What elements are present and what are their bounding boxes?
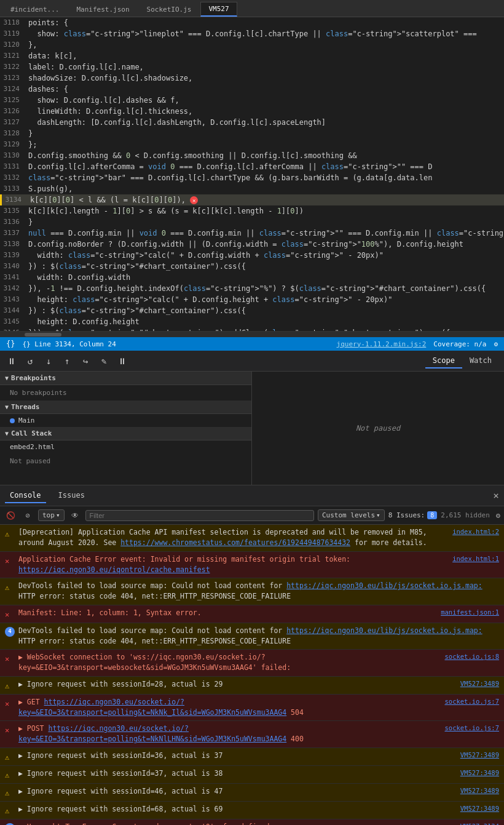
step-into-btn[interactable]: ↓ [42, 354, 55, 368]
msg-url-link[interactable]: https://iqc.ngon30.eu/iqontrol/cache.man… [18, 565, 210, 574]
source-link[interactable]: socket.io.js:8 [444, 653, 499, 660]
msg-source[interactable]: socket.io.js:7 [439, 723, 499, 733]
msg-source[interactable]: VM527:3489 [455, 804, 499, 814]
line-number: 3135 [0, 205, 26, 217]
line-number: 3145 [0, 316, 26, 327]
console-message[interactable]: ⚠▶ Ignore request with sessionId=68, act… [0, 802, 504, 819]
source-link[interactable]: socket.io.js:7 [444, 698, 499, 705]
line-content: points: { [26, 17, 504, 28]
clear-console-btn[interactable]: 🚫 [4, 509, 17, 522]
editor-tabs: #incident... Manifest.json SocketIO.js V… [0, 0, 504, 17]
msg-text: Application Cache Error event: Invalid o… [18, 554, 444, 576]
breakpoints-triangle[interactable]: ▼ [5, 375, 9, 381]
msg-source[interactable]: VM527:3489 [455, 768, 499, 778]
tab-watch[interactable]: Watch [462, 354, 499, 369]
tab-console[interactable]: Console [5, 488, 46, 503]
tab-manifest[interactable]: Manifest.json [68, 2, 137, 17]
tab-incident[interactable]: #incident... [2, 2, 67, 17]
line-number: 3143 [0, 294, 26, 305]
source-link[interactable]: manifest.json:1 [441, 608, 499, 616]
msg-source[interactable]: VM527:3489 [455, 751, 499, 760]
warning-icon: ⚠ [5, 682, 9, 690]
source-link[interactable]: VM527:3489 [460, 751, 499, 759]
tab-scope[interactable]: Scope [425, 354, 462, 369]
msg-source[interactable]: VM527:3134 [455, 822, 499, 826]
async-btn[interactable]: ⏸ [116, 354, 129, 368]
msg-text: DevTools failed to load source map: Coul… [18, 626, 499, 647]
threads-triangle[interactable]: ▼ [5, 404, 9, 410]
console-message[interactable]: ✕Application Cache Error event: Invalid … [0, 552, 504, 579]
code-line-3125: 3125 show: D.config.l[c].dashes && f, [0, 95, 504, 106]
code-line-3139: 3139 width: class="c-string">"calc(" + D… [0, 250, 504, 261]
console-message[interactable]: ✕▶ WebSocket connection to 'wss://iqc.ng… [0, 650, 504, 677]
msg-source[interactable]: index.html:2 [447, 527, 499, 537]
deactivate-btn[interactable]: ✎ [97, 354, 111, 368]
step-out-btn[interactable]: ↑ [60, 354, 74, 368]
close-button[interactable]: × [493, 491, 499, 501]
tab-issues[interactable]: Issues [53, 488, 90, 503]
callstack-item[interactable]: embed2.html [0, 440, 251, 453]
console-message[interactable]: ⚠▶ Ignore request with sessionId=36, act… [0, 748, 504, 766]
line-number: 3120 [0, 39, 26, 50]
console-message[interactable]: 4DevTools failed to load source map: Cou… [0, 623, 504, 650]
source-link[interactable]: index.html:2 [452, 528, 499, 535]
info-count-badge: 4 [5, 627, 15, 637]
scrollbar-thumb[interactable] [25, 333, 61, 337]
msg-icon: ✕ [5, 653, 15, 664]
pause-btn[interactable]: ⏸ [5, 354, 18, 368]
console-message[interactable]: ✕▶ GET https://iqc.ngon30.eu/socket.io/?… [0, 695, 504, 722]
tab-vm527[interactable]: VM527 [200, 2, 237, 17]
source-link[interactable]: VM527:3489 [460, 805, 499, 812]
source-link[interactable]: VM527:3489 [460, 680, 499, 687]
source-link[interactable]: VM527:3134 [460, 823, 499, 826]
line-number: 3144 [0, 305, 26, 316]
level-select[interactable]: Custom levels ▾ [318, 509, 385, 521]
console-message[interactable]: ✕Manifest: Line: 1, column: 1, Syntax er… [0, 605, 504, 623]
thread-main-label: Main [18, 416, 35, 424]
issues-badge[interactable]: 8 Issues: 8 [388, 511, 438, 519]
code-line-3119: 3119 show: class="c-string">"lineplot" =… [0, 28, 504, 39]
callstack-triangle[interactable]: ▼ [5, 430, 9, 437]
console-messages: ⚠[Deprecation] Application Cache API man… [0, 525, 504, 825]
msg-source[interactable]: VM527:3489 [455, 786, 499, 796]
console-message[interactable]: ✕▶ POST https://iqc.ngon30.eu/socket.io/… [0, 721, 504, 748]
source-link[interactable]: index.html:1 [452, 555, 499, 562]
msg-source[interactable]: socket.io.js:8 [439, 652, 499, 662]
source-link[interactable]: socket.io.js:7 [444, 724, 499, 731]
source-link[interactable]: VM527:3489 [460, 769, 499, 776]
console-message[interactable]: ⚠▶ Ignore request with sessionId=46, act… [0, 784, 504, 802]
code-line-3136: 3136} [0, 217, 504, 228]
filter-input[interactable] [85, 510, 314, 521]
eye-icon[interactable]: 👁 [68, 509, 82, 522]
line-content: width: D.config.width [26, 272, 504, 283]
console-message[interactable]: ⚠DevTools failed to load source map: Cou… [0, 578, 504, 605]
console-message[interactable]: ⚠▶ Ignore request with sessionId=37, act… [0, 766, 504, 784]
horizontal-scrollbar[interactable] [0, 331, 504, 337]
step-over-btn[interactable]: ↺ [23, 354, 37, 368]
settings-gear-icon[interactable]: ⚙ [496, 511, 500, 520]
console-message[interactable]: 2▶ Uncaught TypeError: Cannot read prope… [0, 819, 504, 826]
tab-socketio[interactable]: SocketIO.js [139, 2, 200, 17]
context-select[interactable]: top ▾ [38, 509, 65, 521]
msg-source[interactable]: socket.io.js:7 [439, 697, 499, 707]
msg-url-link[interactable]: https://iqc.ngon30.eu/lib/js/socket.io.j… [286, 626, 482, 635]
msg-url-link[interactable]: https://iqc.ngon30.eu/lib/js/socket.io.j… [286, 581, 482, 590]
code-line-3126: 3126 lineWidth: D.config.l[c].thickness, [0, 106, 504, 117]
msg-url-link[interactable]: https://iqc.ngon30.eu/socket.io/?key=&EI… [18, 698, 286, 717]
msg-url-link[interactable]: https://iqc.ngon30.eu/socket.io/?key=&EI… [18, 724, 286, 743]
msg-text: ▶ Ignore request with sessionId=36, actu… [18, 751, 452, 761]
msg-source[interactable]: index.html:1 [447, 554, 499, 564]
console-message[interactable]: ⚠▶ Ignore request with sessionId=28, act… [0, 677, 504, 695]
source-link[interactable]: VM527:3489 [460, 787, 499, 794]
continue-btn[interactable]: ↪ [79, 354, 92, 368]
stop-btn[interactable]: ⊘ [21, 509, 34, 522]
source-file-link[interactable]: jquery-1.11.2.min.js:2 [337, 340, 427, 348]
msg-source[interactable]: manifest.json:1 [436, 608, 499, 618]
code-line-3132: 3132class="c-string">"bar" === D.config.… [0, 172, 504, 183]
settings-icon[interactable]: ⚙ [494, 340, 498, 348]
msg-source[interactable]: VM527:3489 [455, 679, 499, 689]
console-message[interactable]: ⚠[Deprecation] Application Cache API man… [0, 525, 504, 552]
thread-main[interactable]: Main [0, 414, 251, 427]
msg-url-link[interactable]: https://www.chromestatus.com/features/61… [120, 538, 350, 547]
line-content: }, [26, 39, 504, 50]
